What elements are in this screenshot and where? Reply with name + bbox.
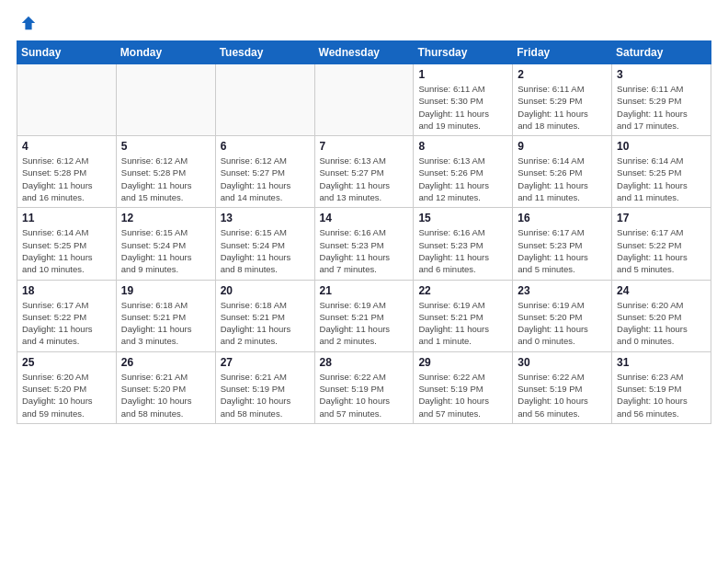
day-info: Sunrise: 6:22 AM Sunset: 5:19 PM Dayligh… [320,371,409,419]
day-info: Sunrise: 6:12 AM Sunset: 5:28 PM Dayligh… [121,155,210,203]
calendar-cell: 17Sunrise: 6:17 AM Sunset: 5:22 PM Dayli… [612,208,711,280]
calendar-cell: 22Sunrise: 6:19 AM Sunset: 5:21 PM Dayli… [414,280,513,351]
day-info: Sunrise: 6:11 AM Sunset: 5:29 PM Dayligh… [617,83,706,132]
calendar-cell [314,64,414,136]
day-info: Sunrise: 6:22 AM Sunset: 5:19 PM Dayligh… [418,371,507,419]
day-info: Sunrise: 6:12 AM Sunset: 5:27 PM Dayligh… [221,155,310,203]
calendar-cell: 31Sunrise: 6:23 AM Sunset: 5:19 PM Dayli… [612,351,711,423]
calendar-week-3: 11Sunrise: 6:14 AM Sunset: 5:25 PM Dayli… [17,208,711,280]
day-number: 24 [617,284,706,297]
day-info: Sunrise: 6:13 AM Sunset: 5:26 PM Dayligh… [418,155,507,203]
calendar-cell: 1Sunrise: 6:11 AM Sunset: 5:30 PM Daylig… [414,64,513,136]
day-info: Sunrise: 6:14 AM Sunset: 5:25 PM Dayligh… [617,155,706,203]
calendar-week-2: 4Sunrise: 6:12 AM Sunset: 5:28 PM Daylig… [17,136,711,208]
day-number: 27 [221,356,310,369]
calendar-cell: 21Sunrise: 6:19 AM Sunset: 5:21 PM Dayli… [314,280,414,351]
calendar-cell: 10Sunrise: 6:14 AM Sunset: 5:25 PM Dayli… [612,136,711,208]
col-tuesday: Tuesday [215,41,314,64]
calendar-cell: 4Sunrise: 6:12 AM Sunset: 5:28 PM Daylig… [17,136,117,208]
day-number: 17 [617,212,706,224]
calendar-table: Sunday Monday Tuesday Wednesday Thursday… [17,40,711,424]
day-info: Sunrise: 6:20 AM Sunset: 5:20 PM Dayligh… [617,299,706,348]
day-info: Sunrise: 6:18 AM Sunset: 5:21 PM Dayligh… [121,299,210,348]
day-info: Sunrise: 6:15 AM Sunset: 5:24 PM Dayligh… [221,226,310,275]
calendar-cell: 12Sunrise: 6:15 AM Sunset: 5:24 PM Dayli… [116,208,215,280]
calendar-week-5: 25Sunrise: 6:20 AM Sunset: 5:20 PM Dayli… [17,351,711,423]
day-info: Sunrise: 6:19 AM Sunset: 5:21 PM Dayligh… [320,299,409,348]
page: Sunday Monday Tuesday Wednesday Thursday… [0,0,728,563]
calendar-cell: 19Sunrise: 6:18 AM Sunset: 5:21 PM Dayli… [116,280,215,351]
col-friday: Friday [513,41,612,64]
calendar-cell: 20Sunrise: 6:18 AM Sunset: 5:21 PM Dayli… [215,280,314,351]
day-number: 21 [320,284,409,297]
calendar-cell: 13Sunrise: 6:15 AM Sunset: 5:24 PM Dayli… [215,208,314,280]
calendar-cell: 15Sunrise: 6:16 AM Sunset: 5:23 PM Dayli… [414,208,513,280]
day-info: Sunrise: 6:11 AM Sunset: 5:30 PM Dayligh… [418,83,507,132]
day-info: Sunrise: 6:11 AM Sunset: 5:29 PM Dayligh… [518,83,607,132]
day-info: Sunrise: 6:12 AM Sunset: 5:28 PM Dayligh… [22,155,111,203]
calendar-cell [215,64,314,136]
day-info: Sunrise: 6:19 AM Sunset: 5:21 PM Dayligh… [418,299,507,348]
calendar-cell: 3Sunrise: 6:11 AM Sunset: 5:29 PM Daylig… [612,64,711,136]
calendar-cell: 16Sunrise: 6:17 AM Sunset: 5:23 PM Dayli… [513,208,612,280]
header [17,15,711,31]
col-wednesday: Wednesday [314,41,414,64]
day-number: 19 [121,284,210,297]
day-info: Sunrise: 6:21 AM Sunset: 5:20 PM Dayligh… [121,371,210,419]
day-number: 18 [22,284,111,297]
calendar-cell: 23Sunrise: 6:19 AM Sunset: 5:20 PM Dayli… [513,280,612,351]
day-number: 30 [518,356,607,369]
day-info: Sunrise: 6:15 AM Sunset: 5:24 PM Dayligh… [121,226,210,275]
day-number: 11 [22,212,111,224]
calendar-cell: 29Sunrise: 6:22 AM Sunset: 5:19 PM Dayli… [414,351,513,423]
day-info: Sunrise: 6:17 AM Sunset: 5:22 PM Dayligh… [22,299,111,348]
calendar-cell: 24Sunrise: 6:20 AM Sunset: 5:20 PM Dayli… [612,280,711,351]
calendar-cell: 14Sunrise: 6:16 AM Sunset: 5:23 PM Dayli… [314,208,414,280]
day-number: 3 [617,68,706,81]
calendar-cell: 5Sunrise: 6:12 AM Sunset: 5:28 PM Daylig… [116,136,215,208]
day-number: 28 [320,356,409,369]
calendar-cell: 7Sunrise: 6:13 AM Sunset: 5:27 PM Daylig… [314,136,414,208]
calendar-week-1: 1Sunrise: 6:11 AM Sunset: 5:30 PM Daylig… [17,64,711,136]
logo-icon [20,15,37,31]
calendar-body: 1Sunrise: 6:11 AM Sunset: 5:30 PM Daylig… [17,64,711,424]
col-saturday: Saturday [612,41,711,64]
col-monday: Monday [116,41,215,64]
day-info: Sunrise: 6:14 AM Sunset: 5:26 PM Dayligh… [518,155,607,203]
day-number: 26 [121,356,210,369]
col-sunday: Sunday [17,41,117,64]
calendar-cell: 6Sunrise: 6:12 AM Sunset: 5:27 PM Daylig… [215,136,314,208]
day-number: 2 [518,68,607,81]
day-info: Sunrise: 6:18 AM Sunset: 5:21 PM Dayligh… [221,299,310,348]
logo [17,15,37,31]
day-number: 20 [221,284,310,297]
calendar-cell: 26Sunrise: 6:21 AM Sunset: 5:20 PM Dayli… [116,351,215,423]
calendar-cell: 27Sunrise: 6:21 AM Sunset: 5:19 PM Dayli… [215,351,314,423]
calendar-cell: 25Sunrise: 6:20 AM Sunset: 5:20 PM Dayli… [17,351,117,423]
calendar-cell: 8Sunrise: 6:13 AM Sunset: 5:26 PM Daylig… [414,136,513,208]
calendar-header-row: Sunday Monday Tuesday Wednesday Thursday… [17,41,711,64]
day-number: 13 [221,212,310,224]
day-info: Sunrise: 6:19 AM Sunset: 5:20 PM Dayligh… [518,299,607,348]
calendar-cell [116,64,215,136]
day-number: 4 [22,140,111,153]
day-number: 31 [617,356,706,369]
day-info: Sunrise: 6:20 AM Sunset: 5:20 PM Dayligh… [22,371,111,419]
day-number: 1 [418,68,507,81]
day-number: 22 [418,284,507,297]
day-info: Sunrise: 6:17 AM Sunset: 5:22 PM Dayligh… [617,226,706,275]
day-number: 29 [418,356,507,369]
day-info: Sunrise: 6:14 AM Sunset: 5:25 PM Dayligh… [22,226,111,275]
day-number: 7 [320,140,409,153]
day-info: Sunrise: 6:16 AM Sunset: 5:23 PM Dayligh… [418,226,507,275]
calendar-cell: 9Sunrise: 6:14 AM Sunset: 5:26 PM Daylig… [513,136,612,208]
day-info: Sunrise: 6:16 AM Sunset: 5:23 PM Dayligh… [320,226,409,275]
svg-marker-0 [22,17,35,29]
calendar-cell: 30Sunrise: 6:22 AM Sunset: 5:19 PM Dayli… [513,351,612,423]
day-number: 8 [418,140,507,153]
day-number: 14 [320,212,409,224]
calendar-cell [17,64,117,136]
day-number: 23 [518,284,607,297]
day-number: 25 [22,356,111,369]
day-number: 5 [121,140,210,153]
